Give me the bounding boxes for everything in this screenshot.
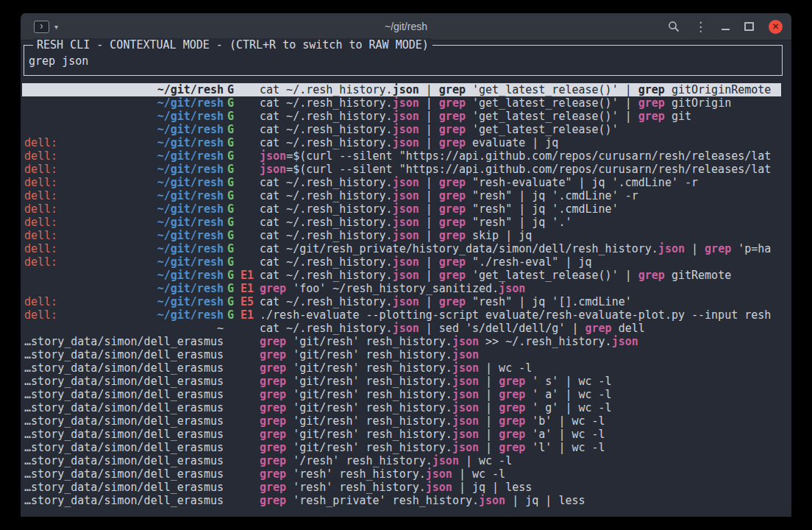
history-row[interactable]: ~/git/reshGcat ~/.resh_history.json | gr… (22, 123, 781, 136)
match-highlight: grep (499, 441, 525, 454)
history-row[interactable]: ~/git/reshG E1grep 'foo' ~/resh_history_… (22, 282, 781, 295)
command-fragment: 'git/resh' resh_history. (286, 335, 452, 348)
command-fragment: 'resh' resh_history. (286, 467, 426, 481)
match-highlight: grep (638, 110, 665, 123)
host-path-column: ~/git/resh (24, 269, 224, 282)
match-highlight: grep (439, 216, 466, 229)
flags-column (224, 467, 260, 481)
history-row[interactable]: dell:~/git/reshGcat ~/.resh_history.json… (22, 176, 781, 189)
flag-badge: E1 (234, 308, 254, 322)
history-row[interactable]: dell:~/git/reshGjson=$(curl --silent "ht… (22, 149, 781, 163)
history-row[interactable]: dell:~/git/reshG E5cat ~/.resh_history.j… (22, 295, 781, 308)
path-label: ~/git/resh (157, 96, 224, 110)
history-row[interactable]: dell:~/git/reshGjson=$(curl --silent "ht… (22, 163, 781, 176)
flags-column: G (224, 242, 260, 255)
match-highlight: grep (499, 401, 525, 414)
history-row[interactable]: …story_data/simon/dell_erasmusgrep 'git/… (22, 428, 781, 441)
flags-column (224, 322, 260, 335)
history-row[interactable]: …story_data/simon/dell_erasmusgrep 'git/… (22, 388, 781, 401)
history-row[interactable]: …story_data/simon/dell_erasmusgrep 'resh… (22, 467, 781, 481)
command-fragment: | (419, 216, 439, 229)
history-row[interactable]: dell:~/git/reshGcat ~/.resh_history.json… (22, 255, 781, 269)
command-fragment: cat ~/.resh_history. (260, 202, 393, 216)
flag-badge: G (227, 269, 234, 282)
host-path-column: …story_data/simon/dell_erasmus (24, 494, 224, 507)
command-fragment: | (419, 176, 439, 189)
flags-column: G (224, 216, 260, 229)
history-row[interactable]: dell:~/git/reshGcat ~/.resh_history.json… (22, 229, 781, 242)
path-label: ~/git/resh (157, 83, 224, 96)
history-row[interactable]: …story_data/simon/dell_erasmusgrep 'git/… (22, 375, 781, 388)
command-fragment: | wc -l (479, 361, 532, 375)
path-label: …story_data/simon/dell_erasmus (24, 441, 224, 454)
path-label: …story_data/simon/dell_erasmus (24, 414, 224, 428)
flag-badge: G (227, 123, 234, 136)
menu-button[interactable]: ⋮ (694, 21, 707, 33)
host-path-column: …story_data/simon/dell_erasmus (24, 481, 224, 494)
history-row[interactable]: dell:~/git/reshG E1./resh-evaluate --plo… (22, 308, 781, 322)
history-row[interactable]: …story_data/simon/dell_erasmusgrep 'git/… (22, 441, 781, 454)
match-highlight: grep (439, 176, 466, 189)
minimize-button[interactable] (722, 23, 730, 30)
host-path-column: dell:~/git/resh (24, 255, 224, 269)
history-row[interactable]: …story_data/simon/dell_erasmusgrep '/res… (22, 454, 781, 467)
flag-badge: E5 (234, 295, 254, 308)
flags-column (224, 335, 260, 348)
history-row[interactable]: ~/git/reshG E1cat ~/.resh_history.json |… (22, 269, 781, 282)
command-fragment: 'foo' ~/resh_history_sanitized. (286, 282, 499, 295)
command-fragment: | (419, 136, 439, 149)
command-fragment: | (419, 83, 439, 96)
match-highlight: grep (260, 414, 286, 428)
history-row[interactable]: ~cat ~/.resh_history.json | sed 's/dell/… (22, 322, 781, 335)
path-label: …story_data/simon/dell_erasmus (24, 401, 224, 414)
history-row[interactable]: dell:~/git/reshGcat ~/.resh_history.json… (22, 202, 781, 216)
close-button[interactable]: ✕ (769, 20, 783, 34)
host-label: dell: (24, 189, 57, 202)
path-label: …story_data/simon/dell_erasmus (24, 428, 224, 441)
flag-badge: G (227, 149, 234, 163)
match-highlight: grep (439, 83, 466, 96)
history-row[interactable]: …story_data/simon/dell_erasmusgrep 'git/… (22, 335, 781, 348)
host-path-column: dell:~/git/resh (24, 189, 224, 202)
history-row[interactable]: …story_data/simon/dell_erasmusgrep 'git/… (22, 401, 781, 414)
command-fragment: | (419, 255, 439, 269)
history-row[interactable]: ~/git/reshGcat ~/.resh_history.json | gr… (22, 96, 781, 110)
command-text: grep 'git/resh' resh_history.json | grep… (260, 388, 781, 401)
host-path-column: ~/git/resh (24, 96, 224, 110)
history-row[interactable]: ~/git/reshGcat ~/.resh_history.json | gr… (22, 110, 781, 123)
command-fragment: | (479, 388, 499, 401)
history-row[interactable]: dell:~/git/reshGcat ~/git/resh_private/h… (22, 242, 781, 255)
command-text: grep 'foo' ~/resh_history_sanitized.json (260, 282, 781, 295)
path-label: ~/git/resh (157, 282, 224, 295)
match-highlight: json (452, 428, 479, 441)
resh-cli-panel: RESH CLI - CONTEXTUAL MODE - (CTRL+R to … (24, 45, 783, 76)
titlebar-right-group: ⋮ ✕ (668, 13, 783, 40)
path-label: ~/git/resh (157, 110, 224, 123)
search-button[interactable] (668, 21, 680, 32)
history-row[interactable]: dell:~/git/reshGcat ~/.resh_history.json… (22, 216, 781, 229)
restore-button[interactable] (744, 22, 754, 31)
command-text: grep 'git/resh' resh_history.json | wc -… (260, 361, 781, 375)
command-fragment: cat ~/.resh_history. (260, 136, 393, 149)
new-terminal-button[interactable]: ❯ ▾ (31, 19, 61, 35)
path-label: ~/git/resh (157, 216, 224, 229)
history-row[interactable]: …story_data/simon/dell_erasmusgrep 'git/… (22, 361, 781, 375)
path-label: …story_data/simon/dell_erasmus (24, 467, 224, 481)
history-row[interactable]: …story_data/simon/dell_erasmusgrep 'resh… (22, 481, 781, 494)
command-fragment: cat ~/.resh_history. (260, 322, 393, 335)
command-text: grep 'git/resh' resh_history.json >> ~/.… (260, 335, 781, 348)
flags-column: G (224, 149, 260, 163)
command-text: grep 'git/resh' resh_history.json | grep… (260, 414, 781, 428)
history-row[interactable]: dell:~/git/reshGcat ~/.resh_history.json… (22, 136, 781, 149)
command-fragment: =$(curl --silent "https://api.github.com… (286, 163, 771, 176)
flag-badge: G (227, 163, 234, 176)
history-row[interactable]: …story_data/simon/dell_erasmusgrep 'git/… (22, 414, 781, 428)
history-row[interactable]: …story_data/simon/dell_erasmusgrep 'resh… (22, 494, 781, 507)
match-highlight: json (393, 322, 419, 335)
history-row-selected[interactable]: ~/git/reshGcat ~/.resh_history.json | gr… (22, 83, 781, 96)
command-fragment: | (479, 375, 499, 388)
match-highlight: grep (638, 96, 665, 110)
history-row[interactable]: dell:~/git/reshGcat ~/.resh_history.json… (22, 189, 781, 202)
history-row[interactable]: …story_data/simon/dell_erasmusgrep 'git/… (22, 348, 781, 361)
match-highlight: grep (499, 428, 525, 441)
